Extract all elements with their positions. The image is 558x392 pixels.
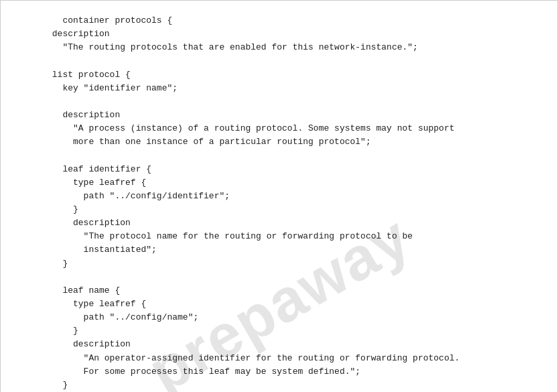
code-block: container protocols { description "The r… (21, 14, 537, 392)
code-container: prepaway container protocols { descripti… (0, 0, 558, 392)
